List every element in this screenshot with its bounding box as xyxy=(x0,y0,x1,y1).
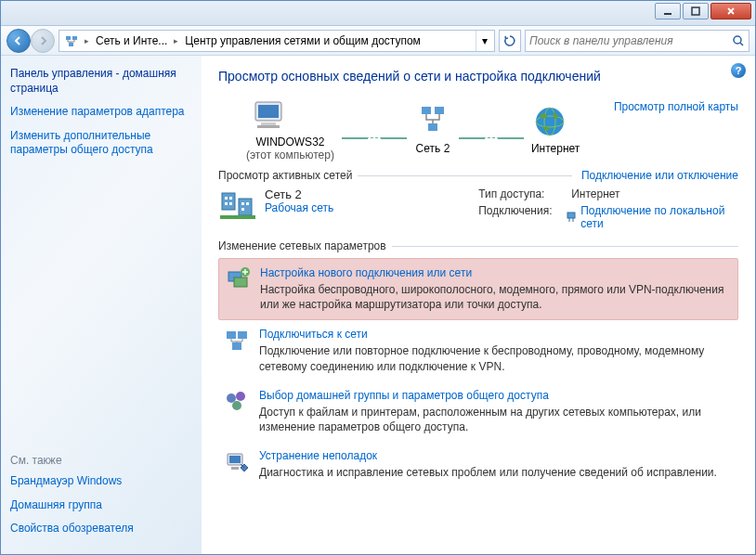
network-map: WINDOWS32 (этот компьютер) Сеть 2 Интерн… xyxy=(218,97,738,161)
map-connector xyxy=(459,137,524,139)
svg-rect-32 xyxy=(232,342,241,350)
svg-rect-17 xyxy=(239,199,252,215)
help-icon[interactable]: ? xyxy=(731,63,746,78)
svg-rect-10 xyxy=(422,107,431,114)
svg-rect-20 xyxy=(225,202,228,205)
task-troubleshoot[interactable]: Устранение неполадок Диагностика и испра… xyxy=(218,442,738,487)
svg-rect-12 xyxy=(428,123,437,131)
section-label: Изменение сетевых параметров xyxy=(218,239,386,252)
full-map-link[interactable]: Просмотр полной карты xyxy=(614,100,738,113)
svg-rect-1 xyxy=(692,7,699,15)
connect-disconnect-link[interactable]: Подключение или отключение xyxy=(581,169,738,182)
see-also-label: См. также xyxy=(10,454,192,467)
content: ? Просмотр основных сведений о сети и на… xyxy=(202,56,755,555)
svg-point-35 xyxy=(232,401,241,410)
svg-rect-23 xyxy=(246,202,249,205)
svg-point-33 xyxy=(227,394,236,403)
svg-rect-21 xyxy=(229,202,232,205)
ethernet-icon xyxy=(565,211,577,224)
svg-rect-2 xyxy=(66,36,71,40)
section-label: Просмотр активных сетей xyxy=(218,169,352,182)
search-input[interactable] xyxy=(529,34,732,47)
access-type-label: Тип доступа: xyxy=(478,187,571,200)
homegroup-icon xyxy=(224,389,250,415)
new-connection-icon xyxy=(225,266,251,292)
troubleshoot-icon xyxy=(224,449,250,475)
network-icon xyxy=(63,32,80,49)
svg-rect-26 xyxy=(567,213,575,218)
connections-label: Подключения: xyxy=(478,204,565,230)
chevron-right-icon[interactable]: ▸ xyxy=(82,36,92,45)
task-desc: Подключение или повторное подключение к … xyxy=(259,343,733,373)
globe-icon xyxy=(531,103,568,140)
map-node-network[interactable]: Сеть 2 xyxy=(414,103,451,155)
svg-rect-25 xyxy=(220,215,255,219)
svg-rect-30 xyxy=(227,331,236,339)
sidebar-link-adapter[interactable]: Изменение параметров адаптера xyxy=(10,105,192,120)
task-new-connection[interactable]: Настройка нового подключения или сети На… xyxy=(218,258,738,320)
sidebar-link-firewall[interactable]: Брандмауэр Windows xyxy=(10,474,192,489)
task-title[interactable]: Подключиться к сети xyxy=(259,328,733,341)
access-type-value: Интернет xyxy=(571,187,619,200)
connect-network-icon xyxy=(224,328,250,354)
connection-link[interactable]: Подключение по локальной сети xyxy=(565,204,738,230)
task-connect-network[interactable]: Подключиться к сети Подключение или повт… xyxy=(218,320,738,381)
breadcrumb[interactable]: ▸ Сеть и Инте... ▸ Центр управления сетя… xyxy=(59,30,495,52)
svg-rect-9 xyxy=(257,125,280,128)
task-title[interactable]: Выбор домашней группы и параметров общег… xyxy=(259,389,733,402)
svg-rect-18 xyxy=(225,197,228,200)
forward-button[interactable] xyxy=(31,29,55,53)
sidebar: Панель управления - домашняя страница Из… xyxy=(1,56,202,555)
sidebar-title[interactable]: Панель управления - домашняя страница xyxy=(10,67,192,96)
sidebar-link-internet-options[interactable]: Свойства обозревателя xyxy=(10,522,192,536)
svg-rect-37 xyxy=(229,456,241,463)
task-homegroup[interactable]: Выбор домашней группы и параметров общег… xyxy=(218,381,738,442)
search-box[interactable] xyxy=(525,30,749,52)
svg-rect-4 xyxy=(69,43,73,46)
refresh-button[interactable] xyxy=(499,30,521,52)
svg-rect-38 xyxy=(231,467,239,470)
breadcrumb-segment[interactable]: Сеть и Инте... xyxy=(92,31,171,51)
svg-point-5 xyxy=(734,36,741,44)
page-title: Просмотр основных сведений о сети и наст… xyxy=(218,69,738,84)
task-title[interactable]: Настройка нового подключения или сети xyxy=(260,266,732,279)
network-category-icon xyxy=(218,187,257,226)
task-desc: Диагностика и исправление сетевых пробле… xyxy=(259,465,733,480)
svg-point-34 xyxy=(236,392,245,401)
svg-rect-16 xyxy=(222,193,235,210)
sidebar-link-sharing[interactable]: Изменить дополнительные параметры общего… xyxy=(10,129,192,158)
chevron-right-icon[interactable]: ▸ xyxy=(171,36,181,45)
svg-point-13 xyxy=(536,108,564,136)
svg-rect-28 xyxy=(234,278,247,287)
network-category-link[interactable]: Рабочая сеть xyxy=(265,201,333,214)
svg-rect-19 xyxy=(229,197,232,200)
network-hub-icon xyxy=(414,103,451,140)
map-connector xyxy=(342,137,407,139)
svg-rect-31 xyxy=(238,331,247,339)
navbar: ▸ Сеть и Инте... ▸ Центр управления сетя… xyxy=(1,26,755,56)
svg-rect-8 xyxy=(261,123,276,125)
minimize-button[interactable] xyxy=(655,3,681,19)
task-desc: Настройка беспроводного, широкополосного… xyxy=(260,282,732,312)
titlebar xyxy=(1,1,755,26)
computer-icon xyxy=(246,97,291,134)
svg-rect-11 xyxy=(435,107,444,114)
network-name: Сеть 2 xyxy=(265,187,333,201)
task-title[interactable]: Устранение неполадок xyxy=(259,449,733,462)
search-icon[interactable] xyxy=(732,34,745,47)
svg-rect-7 xyxy=(258,105,279,118)
svg-rect-3 xyxy=(72,36,77,40)
sidebar-link-homegroup[interactable]: Домашняя группа xyxy=(10,498,192,513)
back-button[interactable] xyxy=(7,29,31,53)
breadcrumb-dropdown[interactable]: ▾ xyxy=(476,31,492,51)
close-button[interactable] xyxy=(710,3,751,19)
breadcrumb-segment[interactable]: Центр управления сетями и общим доступом xyxy=(181,31,424,51)
task-desc: Доступ к файлам и принтерам, расположенн… xyxy=(259,405,733,434)
svg-rect-24 xyxy=(241,208,244,211)
map-node-internet[interactable]: Интернет xyxy=(531,103,580,155)
maximize-button[interactable] xyxy=(683,3,709,19)
svg-rect-0 xyxy=(664,13,671,15)
map-node-computer[interactable]: WINDOWS32 (этот компьютер) xyxy=(246,97,334,161)
svg-rect-22 xyxy=(241,202,244,205)
